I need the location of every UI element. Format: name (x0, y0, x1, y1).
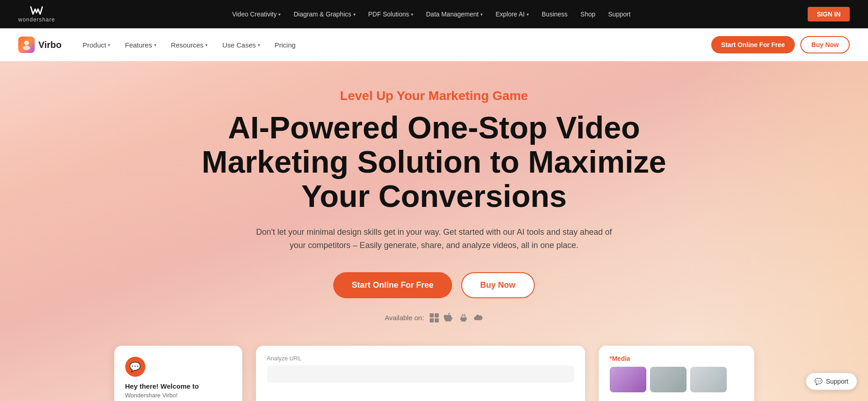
nav-pdf-solutions[interactable]: PDF Solutions ▾ (363, 7, 419, 21)
buy-now-button[interactable]: Buy Now (800, 36, 850, 53)
top-nav-links: Video Creativity ▾ Diagram & Graphics ▾ … (227, 7, 636, 21)
svg-rect-2 (430, 313, 434, 317)
chevron-down-icon: ▾ (411, 12, 413, 17)
nav-data-management[interactable]: Data Management ▾ (421, 7, 488, 21)
subnav-resources[interactable]: Resources ▾ (165, 37, 214, 53)
svg-rect-7 (466, 317, 467, 320)
svg-point-0 (24, 41, 29, 45)
sign-in-button[interactable]: SIGN IN (808, 7, 850, 21)
media-card-label: *Media (610, 355, 743, 362)
chevron-down-icon: ▾ (527, 12, 529, 17)
nav-shop[interactable]: Shop (575, 7, 601, 21)
virbo-brand[interactable]: Virbo (18, 37, 62, 53)
nav-video-creativity[interactable]: Video Creativity ▾ (227, 7, 287, 21)
media-thumbnails (610, 367, 743, 392)
available-label: Available on: (385, 314, 424, 322)
subnav-product[interactable]: Product ▾ (76, 37, 117, 53)
url-input-preview[interactable] (267, 365, 574, 383)
svg-rect-5 (435, 318, 439, 322)
chat-card-title: Hey there! Welcome to (125, 382, 231, 390)
subnav-features[interactable]: Features ▾ (118, 37, 162, 53)
windows-icon (429, 313, 439, 323)
android-icon (458, 313, 469, 323)
available-on: Available on: (385, 313, 484, 323)
bottom-cards: 💬 Hey there! Welcome to Wondershare Virb… (114, 346, 754, 401)
platform-icons (429, 313, 483, 323)
top-navigation: wondershare Video Creativity ▾ Diagram &… (0, 0, 868, 28)
chat-icon: 💬 (125, 357, 145, 377)
apple-icon (444, 313, 454, 323)
chevron-down-icon: ▾ (353, 12, 356, 17)
hero-buy-now-button[interactable]: Buy Now (461, 272, 535, 298)
sub-nav-links: Product ▾ Features ▾ Resources ▾ Use Cas… (76, 37, 711, 53)
media-thumb-2 (650, 367, 687, 392)
subnav-use-cases[interactable]: Use Cases ▾ (216, 37, 266, 53)
nav-diagram-graphics[interactable]: Diagram & Graphics ▾ (288, 7, 361, 21)
hero-section: Level Up Your Marketing Game AI-Powered … (0, 61, 868, 401)
virbo-brand-name: Virbo (38, 40, 62, 50)
support-button[interactable]: 💬 Support (806, 373, 857, 390)
support-label: Support (826, 378, 848, 385)
wondershare-logo[interactable]: wondershare (18, 5, 55, 23)
support-chat-icon: 💬 (815, 378, 822, 385)
media-thumb-1 (610, 367, 646, 392)
svg-rect-10 (462, 314, 463, 316)
wondershare-text: wondershare (18, 16, 55, 23)
nav-explore-ai[interactable]: Explore AI ▾ (490, 7, 534, 21)
sub-navigation: Virbo Product ▾ Features ▾ Resources ▾ U… (0, 28, 868, 61)
svg-rect-11 (464, 314, 465, 316)
media-card: *Media (599, 346, 754, 401)
chevron-down-icon: ▾ (205, 42, 208, 47)
start-online-free-button[interactable]: Start Online For Free (711, 36, 795, 53)
chevron-down-icon: ▾ (108, 42, 110, 47)
sub-nav-actions: Start Online For Free Buy Now (711, 36, 850, 53)
chevron-down-icon: ▾ (154, 42, 156, 47)
chevron-down-icon: ▾ (480, 12, 483, 17)
svg-point-9 (464, 316, 465, 317)
svg-rect-6 (460, 317, 461, 320)
hero-tagline: Level Up Your Marketing Game (340, 89, 528, 103)
svg-point-8 (462, 316, 463, 317)
nav-support[interactable]: Support (603, 7, 636, 21)
chevron-down-icon: ▾ (278, 12, 281, 17)
chat-card: 💬 Hey there! Welcome to Wondershare Virb… (114, 346, 242, 401)
nav-business[interactable]: Business (536, 7, 573, 21)
svg-rect-4 (430, 318, 434, 322)
hero-subtitle: Don't let your minimal design skills get… (256, 226, 612, 252)
hero-buttons: Start Online For Free Buy Now (333, 272, 534, 298)
virbo-logo-icon (18, 37, 35, 53)
chevron-down-icon: ▾ (258, 42, 260, 47)
cloud-icon (473, 313, 483, 323)
svg-point-1 (23, 46, 30, 50)
url-card: Analyze URL (256, 346, 585, 401)
hero-title: AI-Powered One-Stop Video Marketing Solu… (183, 111, 686, 213)
subnav-pricing[interactable]: Pricing (268, 37, 302, 53)
svg-rect-3 (435, 313, 439, 317)
url-card-label: Analyze URL (267, 355, 574, 362)
hero-start-free-button[interactable]: Start Online For Free (333, 272, 452, 298)
chat-card-subtitle: Wondershare Virbo! (125, 392, 231, 399)
media-thumb-3 (690, 367, 727, 392)
